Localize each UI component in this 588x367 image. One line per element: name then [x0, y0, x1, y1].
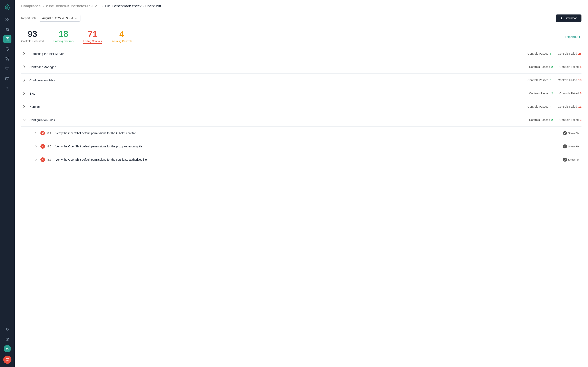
sub-chevron-right-icon — [34, 144, 38, 149]
toolbar: Report Date August 3, 2022 4:59 PM Downl… — [21, 12, 581, 25]
chat-button[interactable] — [3, 356, 11, 364]
controls-passed-label: Controls Passed — [529, 92, 550, 95]
stat-passing-label[interactable]: Passing Controls — [53, 40, 73, 43]
passed-stat: Controls Passed 0 — [527, 78, 552, 82]
breadcrumb-sep-2: › — [102, 4, 103, 8]
table-row[interactable]: Configuration Files Controls Passed 2 Co… — [21, 113, 581, 127]
failed-stat: Controls Failed 5 — [559, 65, 581, 68]
show-fix-label: Show Fix — [568, 132, 579, 135]
wrench-icon — [563, 131, 567, 135]
sidebar-item-network[interactable] — [3, 55, 11, 63]
download-icon — [560, 17, 563, 20]
sidebar-item-expand[interactable]: » — [3, 84, 11, 92]
control-group-name: Kubelet — [29, 105, 527, 108]
list-item[interactable]: ✕ 8.7 Verify the OpenShift default permi… — [21, 153, 581, 166]
show-fix-button[interactable]: Show Fix — [561, 156, 581, 163]
control-number: 8.1 — [47, 132, 56, 135]
show-fix-button[interactable]: Show Fix — [561, 130, 581, 136]
sub-chevron-right-icon — [34, 157, 38, 162]
user-avatar[interactable]: EC — [4, 345, 11, 352]
svg-rect-2 — [6, 20, 7, 21]
report-date-picker[interactable]: August 3, 2022 4:59 PM — [39, 15, 80, 22]
sidebar-item-chat[interactable] — [3, 64, 11, 73]
download-label: Download — [565, 17, 577, 20]
show-fix-button[interactable]: Show Fix — [561, 143, 581, 150]
passed-stat: Controls Passed 7 — [527, 52, 552, 55]
table-row[interactable]: Controller Manager Controls Passed 2 Con… — [21, 60, 581, 74]
passed-value: 4 — [550, 105, 551, 108]
report-date-section: Report Date August 3, 2022 4:59 PM — [21, 15, 80, 22]
controls-passed-label: Controls Passed — [529, 65, 550, 68]
control-stats: Controls Passed 4 Controls Failed 11 — [527, 105, 581, 108]
stat-warning-label[interactable]: Warning Controls — [112, 40, 132, 43]
stat-failing-label[interactable]: Failing Controls — [83, 40, 102, 44]
sidebar-item-layers[interactable] — [3, 16, 11, 24]
failed-value: 5 — [580, 65, 581, 68]
control-group-name: Protecting the API Server — [29, 52, 527, 55]
controls-failed-label: Controls Failed — [558, 52, 577, 55]
breadcrumb: Compliance › kube_bench-Kubernetes-rh-1.… — [21, 4, 581, 8]
svg-point-12 — [7, 78, 8, 79]
control-number: 8.5 — [47, 145, 56, 148]
svg-point-4 — [6, 28, 8, 30]
svg-point-10 — [8, 59, 9, 60]
table-row[interactable]: Kubelet Controls Passed 4 Controls Faile… — [21, 100, 581, 113]
stat-warning-value: 4 — [112, 30, 132, 38]
sidebar-item-report[interactable] — [3, 35, 11, 43]
control-stats: Controls Passed 2 Controls Failed 5 — [529, 65, 581, 68]
sidebar-item-bug[interactable] — [3, 25, 11, 33]
svg-point-7 — [6, 57, 7, 58]
download-button[interactable]: Download — [556, 15, 581, 22]
svg-rect-0 — [6, 18, 7, 19]
control-description: Verify the OpenShift default permissions… — [56, 132, 561, 135]
failed-value: 18 — [578, 78, 581, 82]
failed-stat: Controls Failed 6 — [559, 92, 581, 95]
fail-status-icon: ✕ — [40, 144, 45, 149]
control-stats: Controls Passed 2 Controls Failed 3 — [529, 118, 581, 122]
fail-status-icon: ✕ — [40, 131, 45, 135]
control-group-name: Controller Manager — [29, 65, 529, 69]
passed-value: 7 — [550, 52, 551, 55]
wrench-icon — [563, 158, 567, 162]
breadcrumb-compliance[interactable]: Compliance — [21, 4, 41, 8]
failed-stat: Controls Failed 18 — [558, 78, 581, 82]
list-item[interactable]: ✕ 8.1 Verify the OpenShift default permi… — [21, 127, 581, 140]
logo[interactable] — [3, 3, 11, 11]
stat-passing-value: 18 — [53, 30, 73, 38]
sidebar-item-rocket[interactable] — [3, 335, 11, 343]
table-row[interactable]: Etcd Controls Passed 2 Controls Failed 6 — [21, 87, 581, 100]
table-row[interactable]: Configuration Files Controls Passed 0 Co… — [21, 74, 581, 87]
main-content: Compliance › kube_bench-Kubernetes-rh-1.… — [15, 0, 588, 367]
stats-section: 93 Controls Evaluated 18 Passing Control… — [15, 25, 588, 44]
sidebar-item-camera[interactable] — [3, 74, 11, 82]
chevron-right-icon — [21, 91, 27, 96]
passed-value: 0 — [550, 78, 551, 82]
breadcrumb-current: CIS Benchmark check - OpenShift — [105, 4, 161, 8]
chevron-right-icon — [21, 104, 27, 109]
fail-status-icon: ✕ — [40, 157, 45, 162]
chevron-right-icon — [21, 51, 27, 57]
list-item[interactable]: ✕ 8.5 Verify the OpenShift default permi… — [21, 140, 581, 153]
table-row[interactable]: Protecting the API Server Controls Passe… — [21, 47, 581, 60]
failed-value: 6 — [580, 92, 581, 95]
controls-passed-label: Controls Passed — [527, 105, 549, 108]
svg-point-13 — [7, 339, 8, 340]
content-area: Protecting the API Server Controls Passe… — [15, 47, 588, 367]
chevron-down-icon — [21, 117, 27, 123]
stat-total-label: Controls Evaluated — [21, 40, 44, 43]
passed-value: 2 — [551, 92, 553, 95]
control-number: 8.7 — [47, 158, 56, 161]
sidebar-item-shield[interactable] — [3, 45, 11, 53]
controls-failed-label: Controls Failed — [559, 92, 579, 95]
svg-rect-11 — [6, 77, 9, 80]
passed-value: 2 — [551, 118, 553, 122]
failed-stat: Controls Failed 3 — [559, 118, 581, 122]
controls-passed-label: Controls Passed — [527, 52, 549, 55]
breadcrumb-kube-bench[interactable]: kube_bench-Kubernetes-rh-1.2.1 — [46, 4, 100, 8]
svg-point-6 — [7, 58, 8, 59]
sidebar-item-refresh[interactable] — [3, 325, 11, 334]
expand-all-button[interactable]: Expand All — [564, 34, 581, 39]
show-fix-label: Show Fix — [568, 145, 579, 148]
control-stats: Controls Passed 0 Controls Failed 18 — [527, 78, 581, 82]
passed-stat: Controls Passed 2 — [529, 65, 553, 68]
